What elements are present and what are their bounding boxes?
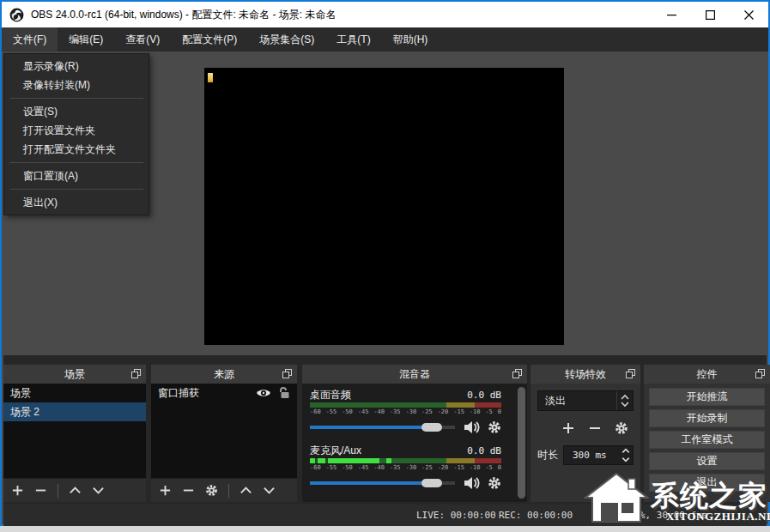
volume-slider[interactable] — [310, 419, 455, 436]
menu-profile[interactable]: 配置文件(P) — [171, 27, 248, 51]
file-menu-open-settings-folder[interactable]: 打开设置文件夹 — [4, 121, 149, 140]
minimize-button[interactable] — [652, 2, 691, 27]
visibility-eye-icon[interactable] — [256, 388, 271, 398]
dock-float-icon[interactable] — [282, 369, 292, 378]
channel-settings-gear-icon[interactable] — [488, 476, 501, 490]
duration-spinbox[interactable]: 300 ms — [563, 445, 634, 465]
maximize-icon — [706, 10, 715, 20]
controls-dock: 控件 开始推流 开始录制 工作室模式 设置 退出 — [644, 365, 770, 502]
volume-slider-handle[interactable] — [421, 423, 442, 432]
file-menu-show-recordings[interactable]: 显示录像(R) — [4, 57, 149, 76]
dock-float-icon[interactable] — [131, 369, 141, 378]
window-title: OBS 24.0.0-rc1 (64-bit, windows) - 配置文件:… — [31, 8, 336, 22]
duration-increase-button[interactable] — [618, 446, 633, 456]
menu-separator — [9, 98, 143, 99]
mixer-dock-header: 混音器 — [302, 365, 527, 384]
settings-button[interactable]: 设置 — [649, 452, 765, 470]
cpu-fps-status: CPU: 6.3%, 30.00 fps — [594, 510, 707, 521]
transition-select[interactable]: 淡出 — [537, 390, 634, 411]
source-item-label: 窗口捕获 — [158, 386, 199, 401]
file-menu-settings[interactable]: 设置(S) — [4, 102, 149, 121]
mixer-body: 桌面音频 0.0 dB -60-55-50-45-40-35-30-25-20-… — [302, 384, 527, 502]
speaker-unmuted-icon[interactable] — [463, 476, 480, 490]
duration-value: 300 ms — [564, 450, 607, 461]
duration-decrease-button[interactable] — [618, 456, 633, 465]
scene-item[interactable]: 场景 — [3, 384, 146, 402]
toolbar-separator — [228, 484, 229, 498]
transitions-dock: 转场特效 淡出 时长 300 ms — [531, 365, 640, 502]
maximize-button[interactable] — [691, 2, 730, 27]
channel-name: 桌面音频 — [310, 388, 351, 402]
menu-help[interactable]: 帮助(H) — [382, 27, 440, 51]
channel-name: 麦克风/Aux — [310, 444, 361, 458]
meter-scale: -60-55-50-45-40-35-30-25-20-15-10-50 — [310, 408, 501, 416]
file-menu-dropdown: 显示录像(R) 录像转封装(M) 设置(S) 打开设置文件夹 打开配置文件文件夹… — [3, 53, 149, 215]
controls-dock-title: 控件 — [697, 367, 718, 382]
combo-arrows-icon[interactable] — [616, 391, 633, 410]
scenes-toolbar — [3, 478, 146, 502]
live-time-status: LIVE: 00:00:00 — [416, 510, 496, 521]
titlebar: OBS 24.0.0-rc1 (64-bit, windows) - 配置文件:… — [2, 2, 768, 27]
transition-properties-gear-icon[interactable] — [615, 421, 628, 435]
move-source-up-button[interactable] — [239, 484, 252, 497]
start-recording-button[interactable]: 开始录制 — [649, 409, 765, 427]
scenes-dock-title: 场景 — [64, 367, 85, 382]
file-menu-exit[interactable]: 退出(X) — [4, 193, 149, 212]
volume-slider[interactable] — [310, 475, 455, 492]
menu-view[interactable]: 查看(V) — [114, 27, 171, 51]
mixer-channel-desktop-audio: 桌面音频 0.0 dB -60-55-50-45-40-35-30-25-20-… — [310, 388, 501, 436]
sources-list: 窗口捕获 — [151, 384, 297, 478]
transitions-dock-header: 转场特效 — [531, 365, 640, 384]
file-menu-always-on-top[interactable]: 窗口置顶(A) — [4, 166, 149, 185]
obs-logo-icon — [9, 8, 24, 22]
add-scene-button[interactable] — [11, 484, 24, 497]
scenes-dock-header: 场景 — [3, 365, 146, 384]
sources-dock-header: 来源 — [151, 365, 297, 384]
move-source-down-button[interactable] — [263, 484, 276, 497]
scene-item-label: 场景 2 — [10, 405, 39, 420]
menu-scene-collection[interactable]: 场景集合(S) — [248, 27, 325, 51]
source-properties-gear-icon[interactable] — [205, 484, 218, 497]
dock-float-icon[interactable] — [755, 369, 765, 378]
transition-selected-value: 淡出 — [538, 391, 616, 410]
lock-open-icon[interactable] — [278, 387, 290, 399]
minimize-icon — [667, 10, 676, 20]
menu-file[interactable]: 文件(F) — [2, 27, 58, 51]
dock-float-icon[interactable] — [512, 369, 522, 378]
move-scene-up-button[interactable] — [69, 484, 82, 497]
file-menu-remux-recordings[interactable]: 录像转封装(M) — [4, 76, 149, 94]
dock-float-icon[interactable] — [626, 369, 635, 378]
controls-dock-header: 控件 — [644, 365, 770, 384]
file-menu-open-profile-folder[interactable]: 打开配置文件文件夹 — [4, 140, 149, 159]
scenes-dock: 场景 场景 场景 2 — [3, 365, 146, 502]
remove-transition-button[interactable] — [588, 421, 602, 435]
channel-settings-gear-icon[interactable] — [488, 420, 501, 434]
duration-label: 时长 — [537, 448, 558, 462]
add-source-button[interactable] — [159, 484, 172, 497]
source-item[interactable]: 窗口捕获 — [151, 384, 297, 402]
volume-meter — [310, 402, 501, 408]
menu-tools[interactable]: 工具(T) — [325, 27, 381, 51]
menu-separator — [9, 189, 143, 190]
add-transition-button[interactable] — [561, 421, 575, 435]
start-streaming-button[interactable]: 开始推流 — [649, 388, 765, 406]
menu-edit[interactable]: 编辑(E) — [58, 27, 114, 51]
controls-body: 开始推流 开始录制 工作室模式 设置 退出 — [644, 384, 770, 502]
mixer-scrollbar[interactable] — [518, 387, 525, 499]
sources-toolbar — [151, 478, 297, 502]
studio-mode-button[interactable]: 工作室模式 — [649, 431, 765, 449]
exit-button[interactable]: 退出 — [649, 474, 765, 492]
move-scene-down-button[interactable] — [92, 484, 105, 497]
preview-canvas — [204, 68, 564, 345]
scene-item-selected[interactable]: 场景 2 — [3, 402, 146, 421]
dock-area: 场景 场景 场景 2 来源 窗口捕获 — [3, 355, 767, 505]
close-icon — [744, 10, 754, 20]
close-button[interactable] — [730, 2, 768, 27]
remove-source-button[interactable] — [182, 484, 195, 497]
toolbar-separator — [58, 484, 58, 498]
volume-slider-handle[interactable] — [421, 479, 442, 487]
scene-item-label: 场景 — [10, 386, 31, 401]
remove-scene-button[interactable] — [34, 484, 47, 497]
obs-window: OBS 24.0.0-rc1 (64-bit, windows) - 配置文件:… — [0, 0, 770, 526]
speaker-unmuted-icon[interactable] — [463, 420, 480, 434]
